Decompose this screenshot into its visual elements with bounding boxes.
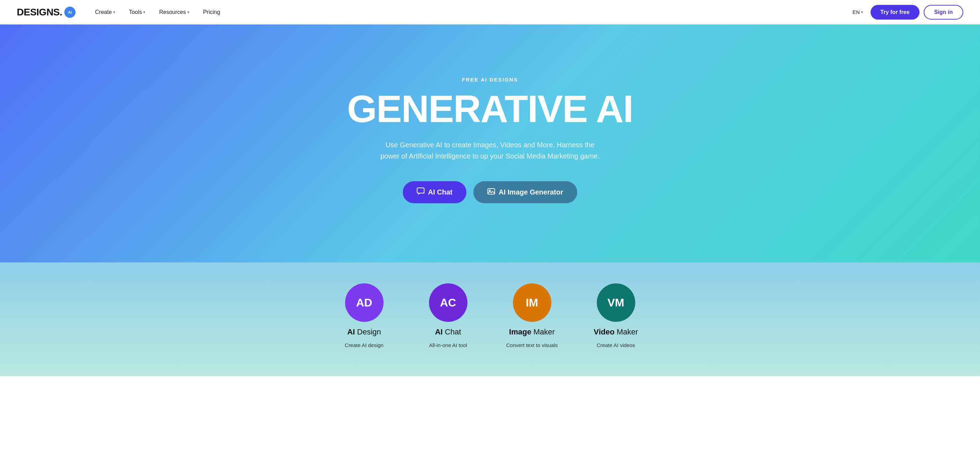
logo-text: DESIGNS. [17, 6, 62, 18]
tool-desc-ac: All-in-one AI tool [429, 342, 467, 348]
tool-card-im[interactable]: IM Image Maker Convert text to visuals [504, 283, 560, 348]
tools-section: AD AI Design Create AI design AC AI Chat… [0, 263, 980, 376]
nav-links: Create ▾ Tools ▾ Resources ▾ Pricing [89, 6, 849, 18]
tool-name-vm: Video Maker [593, 328, 638, 336]
tool-icon-ad: AD [345, 283, 383, 322]
tool-card-ad[interactable]: AD AI Design Create AI design [336, 283, 392, 348]
tool-card-vm[interactable]: VM Video Maker Create AI videos [588, 283, 644, 348]
tool-desc-vm: Create AI videos [597, 342, 635, 348]
sign-in-button[interactable]: Sign in [924, 5, 963, 19]
chevron-down-icon: ▾ [188, 10, 189, 14]
nav-resources[interactable]: Resources ▾ [153, 6, 194, 18]
nav-right: EN ▾ Try for free Sign in [849, 5, 963, 19]
tool-icon-ac: AC [429, 283, 468, 322]
tool-icon-im: IM [513, 283, 551, 322]
chevron-down-icon: ▾ [861, 10, 863, 14]
chevron-down-icon: ▾ [143, 10, 145, 14]
navbar: DESIGNS. AI Create ▾ Tools ▾ Resources ▾… [0, 0, 980, 24]
tool-desc-im: Convert text to visuals [506, 342, 558, 348]
try-for-free-button[interactable]: Try for free [870, 5, 920, 19]
hero-buttons: AI Chat AI Image Generator [403, 181, 577, 203]
image-icon [487, 188, 495, 197]
tool-name-im: Image Maker [509, 328, 555, 336]
hero-subtitle: Use Generative AI to create Images, Vide… [378, 139, 602, 162]
chat-icon [417, 188, 425, 197]
nav-tools[interactable]: Tools ▾ [123, 6, 151, 18]
tool-card-ac[interactable]: AC AI Chat All-in-one AI tool [420, 283, 476, 348]
ai-chat-button[interactable]: AI Chat [403, 181, 466, 203]
tool-desc-ad: Create AI design [345, 342, 383, 348]
nav-pricing[interactable]: Pricing [197, 6, 226, 18]
svg-rect-0 [417, 188, 424, 193]
language-selector[interactable]: EN ▾ [849, 6, 866, 18]
logo-badge: AI [64, 6, 76, 18]
ai-image-generator-button[interactable]: AI Image Generator [473, 181, 577, 203]
hero-eyebrow: FREE AI DESIGNS [462, 76, 518, 83]
tool-icon-vm: VM [597, 283, 635, 322]
svg-rect-1 [488, 189, 495, 194]
hero-section: FREE AI DESIGNS GENERATIVE AI Use Genera… [0, 24, 980, 263]
logo[interactable]: DESIGNS. AI [17, 6, 76, 18]
chevron-down-icon: ▾ [113, 10, 115, 14]
tool-name-ac: AI Chat [435, 328, 461, 336]
nav-create[interactable]: Create ▾ [89, 6, 121, 18]
tool-name-ad: AI Design [347, 328, 381, 336]
hero-title: GENERATIVE AI [347, 89, 633, 128]
